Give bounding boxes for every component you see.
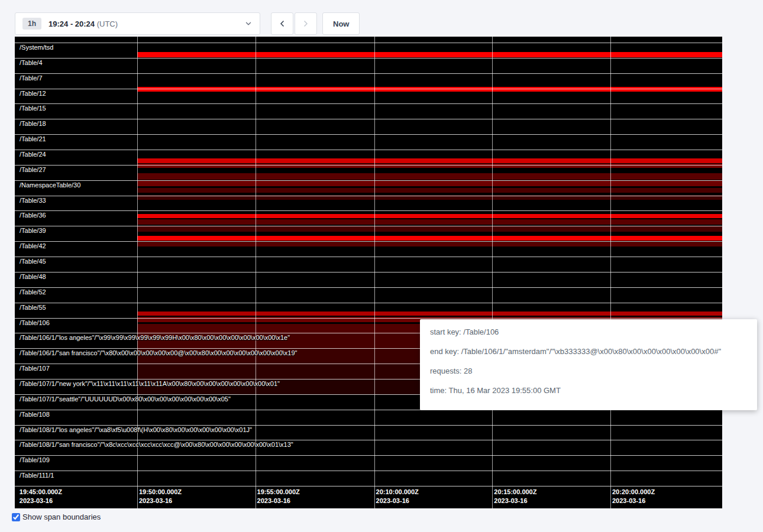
span-label: /Table/106	[20, 319, 50, 327]
show-span-boundaries[interactable]: Show span boundaries	[12, 512, 101, 521]
time-gridline	[492, 37, 493, 508]
span-boundary-line	[15, 471, 722, 471]
span-boundary-line	[15, 440, 722, 440]
span-label: /Table/48	[20, 273, 46, 281]
span-label: /Table/36	[20, 212, 46, 219]
span-boundary-line	[15, 272, 722, 273]
time-range-timezone: (UTC)	[97, 20, 118, 28]
next-range-button[interactable]	[295, 12, 317, 35]
heat-band[interactable]	[137, 219, 722, 225]
time-gridline	[374, 37, 375, 508]
span-boundary-line	[15, 119, 722, 119]
span-boundary-line	[15, 73, 722, 74]
heat-band[interactable]	[137, 236, 722, 241]
tooltip-requests: requests: 28	[430, 366, 747, 376]
span-boundary-line	[15, 226, 722, 226]
time-gridline	[137, 37, 138, 508]
time-axis-label: 20:10:00.000Z2023-03-16	[376, 488, 419, 505]
span-label: /Table/111/1	[20, 472, 54, 479]
span-boundary-line	[15, 455, 722, 456]
span-boundary-line	[15, 43, 722, 43]
span-label: /Table/4	[20, 59, 43, 67]
heat-band[interactable]	[137, 180, 722, 186]
heat-band[interactable]	[137, 226, 722, 232]
span-label: /Table/12	[20, 90, 46, 98]
span-boundary-line	[15, 58, 722, 59]
span-label: /Table/39	[20, 227, 46, 235]
span-label: /Table/55	[20, 304, 46, 312]
time-axis-label: 19:55:00.000Z2023-03-16	[257, 488, 300, 505]
span-label: /Table/7	[20, 74, 43, 82]
time-range-text: 19:24 - 20:24 (UTC)	[49, 20, 118, 28]
time-window-badge: 1h	[22, 18, 41, 30]
time-nav-group	[271, 12, 317, 35]
chevron-down-icon	[244, 20, 253, 28]
heat-band[interactable]	[137, 312, 722, 316]
time-range-value: 19:24 - 20:24	[49, 20, 95, 28]
heat-band[interactable]	[137, 173, 722, 180]
span-label: /Table/45	[20, 258, 46, 265]
time-gridline	[256, 37, 256, 508]
span-label: /Table/107	[20, 365, 50, 372]
hover-tooltip: start key: /Table/106 end key: /Table/10…	[420, 319, 757, 410]
span-label: /Table/27	[20, 166, 46, 174]
span-label: /Table/109	[20, 456, 50, 464]
span-label: /Table/21	[20, 135, 46, 143]
span-boundary-line	[15, 165, 722, 166]
span-boundary-line	[15, 486, 722, 486]
time-axis-label: 19:50:00.000Z2023-03-16	[139, 488, 182, 505]
span-label: /Table/106/1/"san francisco"/"\x80\x00\x…	[20, 349, 298, 357]
show-span-boundaries-label: Show span boundaries	[22, 512, 101, 521]
time-gridline	[610, 37, 611, 508]
tooltip-end-key: end key: /Table/106/1/"amsterdam"/"\xb33…	[430, 346, 747, 356]
tooltip-start-key: start key: /Table/106	[430, 327, 747, 337]
span-label: /Table/108/1/"los angeles"/"\xa8\xf5\u00…	[20, 426, 252, 434]
span-boundary-line	[15, 134, 722, 135]
span-label: /Table/52	[20, 288, 46, 296]
span-boundary-line	[15, 103, 722, 104]
span-boundary-line	[15, 241, 722, 242]
span-label: /NamespaceTable/30	[20, 181, 80, 189]
heat-band[interactable]	[137, 158, 722, 163]
heat-band[interactable]	[137, 87, 722, 92]
span-boundary-line	[15, 180, 722, 181]
span-boundary-line	[15, 425, 722, 426]
span-label: /Table/107/1/"new york"/"\x11\x11\x11\x1…	[20, 380, 280, 388]
time-axis-label: 19:45:00.000Z2023-03-16	[20, 488, 62, 505]
now-button[interactable]: Now	[322, 12, 360, 35]
span-label: /Table/15	[20, 105, 46, 112]
span-label: /Table/108/1/"san francisco"/"\x8c\xcc\x…	[20, 441, 293, 449]
time-range-picker[interactable]: 1h 19:24 - 20:24 (UTC)	[15, 12, 260, 35]
heat-band[interactable]	[137, 242, 722, 246]
prev-range-button[interactable]	[271, 12, 293, 35]
span-label: /Table/33	[20, 197, 46, 205]
chevron-right-icon	[301, 19, 311, 28]
span-label: /Table/18	[20, 120, 46, 128]
key-visualizer-page: 1h 19:24 - 20:24 (UTC) Now /System/tsd/T…	[0, 0, 763, 532]
span-label: /Table/106/1/"los angeles"/"\x99\x99\x99…	[20, 334, 290, 342]
span-label: /Table/42	[20, 242, 46, 250]
heat-band[interactable]	[137, 188, 722, 193]
time-axis-label: 20:20:00.000Z2023-03-16	[612, 488, 655, 505]
span-label: /System/tsd	[20, 44, 53, 51]
heat-band[interactable]	[137, 214, 722, 218]
span-label: /Table/108	[20, 411, 50, 419]
heat-band[interactable]	[137, 52, 722, 57]
span-boundary-line	[15, 150, 722, 150]
span-boundary-line	[15, 89, 722, 89]
span-boundary-line	[15, 196, 722, 196]
time-axis-label: 20:15:00.000Z2023-03-16	[494, 488, 536, 505]
key-visualizer-canvas[interactable]: /System/tsd/Table/4/Table/7/Table/12/Tab…	[15, 37, 722, 508]
span-boundary-line	[15, 210, 722, 211]
span-boundary-line	[15, 303, 722, 303]
chevron-left-icon	[277, 19, 287, 28]
span-label: /Table/107/1/"seattle"/"UUUUUUD\x00\x80\…	[20, 395, 231, 403]
span-boundary-line	[15, 257, 722, 257]
show-span-boundaries-checkbox[interactable]	[12, 513, 20, 521]
span-label: /Table/24	[20, 151, 46, 158]
span-boundary-line	[15, 287, 722, 288]
tooltip-time: time: Thu, 16 Mar 2023 19:55:00 GMT	[430, 385, 747, 395]
span-boundary-line	[15, 318, 722, 319]
